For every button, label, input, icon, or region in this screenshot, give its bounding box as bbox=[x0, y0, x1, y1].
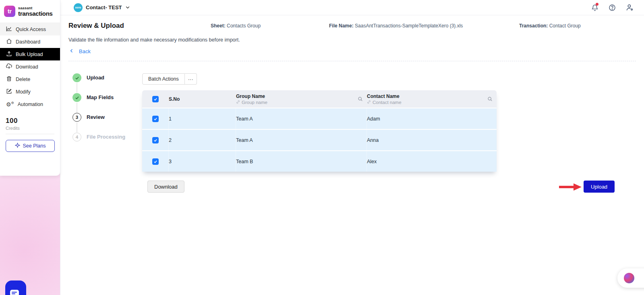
cell-group-name[interactable]: Team A bbox=[236, 130, 367, 150]
row-checkbox[interactable] bbox=[152, 116, 159, 122]
step-done-check-icon bbox=[72, 73, 81, 82]
topbar: xero Contact- TEST bbox=[60, 0, 644, 15]
cell-group-name[interactable]: Team A bbox=[236, 108, 367, 129]
sidebar-item-label: Dashboard bbox=[16, 39, 40, 45]
mapped-field-name: Contact name bbox=[373, 100, 402, 105]
sidebar-item-quick-access[interactable]: Quick Access bbox=[0, 23, 60, 35]
file-name-value: SaasAntTransactions-SampleTemplateXero (… bbox=[355, 23, 463, 29]
sidebar: tr saasant transactions Quick Access Das… bbox=[0, 0, 60, 295]
notification-dot bbox=[596, 3, 598, 6]
user-settings-icon[interactable] bbox=[626, 4, 634, 11]
select-all-checkbox[interactable] bbox=[152, 96, 159, 102]
step-number: 3 bbox=[72, 113, 81, 122]
cell-contact-name[interactable]: Alex bbox=[367, 151, 497, 172]
sheet-label: Sheet: bbox=[211, 23, 226, 29]
column-header-sno: S.No bbox=[169, 90, 236, 108]
sidebar-item-label: Modify bbox=[16, 89, 31, 95]
step-connector bbox=[77, 123, 77, 132]
sidebar-item-label: Delete bbox=[16, 77, 30, 82]
page-header: Review & Upload Sheet: Contacts Group Fi… bbox=[60, 15, 644, 30]
transaction-label: Transaction: bbox=[519, 23, 548, 29]
step-label: File Processing bbox=[87, 133, 125, 140]
row-checkbox-cell bbox=[142, 130, 169, 150]
sidebar-nav: Quick Access Dashboard Bulk Upload Downl… bbox=[0, 23, 60, 110]
column-title: S.No bbox=[169, 96, 180, 102]
step-connector bbox=[77, 103, 77, 112]
topbar-actions bbox=[591, 4, 634, 11]
help-icon[interactable] bbox=[609, 4, 616, 11]
notification-bell-icon[interactable] bbox=[591, 4, 598, 11]
table-row: 3 Team B Alex bbox=[142, 150, 497, 172]
step-review: 3 Review bbox=[72, 113, 142, 133]
see-plans-button[interactable]: See Plans bbox=[6, 140, 55, 152]
cell-sno: 2 bbox=[169, 130, 236, 150]
xero-logo-badge: xero bbox=[74, 3, 83, 12]
search-icon[interactable] bbox=[358, 96, 363, 102]
row-checkbox[interactable] bbox=[152, 158, 159, 165]
chevron-left-icon bbox=[69, 48, 74, 54]
cell-contact-name[interactable]: Anna bbox=[367, 130, 497, 150]
cell-sno: 3 bbox=[169, 151, 236, 172]
main-area: xero Contact- TEST Review & Upload Sheet… bbox=[60, 0, 644, 295]
column-title: Group Name bbox=[236, 93, 267, 99]
mapped-field-link-icon bbox=[236, 100, 240, 105]
sparkle-icon bbox=[15, 143, 20, 149]
batch-actions-button[interactable]: Batch Actions bbox=[142, 73, 185, 85]
brand-logo-mark: tr bbox=[4, 6, 15, 17]
sidebar-item-download[interactable]: Download bbox=[0, 60, 60, 73]
column-header-group-name: Group Name Group name bbox=[236, 90, 367, 108]
brand-name-top: saasant bbox=[18, 6, 53, 10]
sidebar-item-modify[interactable]: Modify bbox=[0, 85, 60, 98]
header-checkbox-cell bbox=[142, 90, 169, 108]
step-file-processing: 4 File Processing bbox=[72, 133, 142, 152]
row-checkbox-cell bbox=[142, 151, 169, 172]
step-done-check-icon bbox=[72, 93, 81, 102]
cell-contact-name[interactable]: Adam bbox=[367, 108, 497, 129]
table-row: 1 Team A Adam bbox=[142, 108, 497, 129]
review-table: S.No Group Name Group name bbox=[142, 90, 497, 172]
back-label: Back bbox=[79, 48, 91, 54]
sheet-info: Sheet: Contacts Group bbox=[211, 23, 329, 29]
step-label: Map Fields bbox=[87, 93, 114, 100]
step-upload: Upload bbox=[72, 73, 142, 93]
mapped-field-name: Group name bbox=[242, 100, 267, 105]
sidebar-item-dashboard[interactable]: Dashboard bbox=[0, 35, 60, 48]
row-checkbox[interactable] bbox=[152, 137, 159, 143]
review-table-area: Batch Actions ··· S.No Group Name bbox=[142, 73, 644, 193]
chat-widget-button[interactable] bbox=[5, 280, 26, 295]
home-icon bbox=[6, 38, 12, 46]
more-actions-button[interactable]: ··· bbox=[185, 73, 197, 85]
gears-icon: ⚙⚙ bbox=[6, 102, 14, 107]
page-subtitle: Validate the file information and make n… bbox=[60, 30, 644, 43]
step-label: Upload bbox=[87, 73, 104, 81]
sidebar-item-automation[interactable]: ⚙⚙ Automation bbox=[0, 98, 60, 110]
back-link[interactable]: Back bbox=[60, 43, 97, 54]
credits-panel: 100 Credits bbox=[0, 110, 60, 134]
column-header-contact-name: Contact Name Contact name bbox=[367, 90, 497, 108]
sheet-value: Contacts Group bbox=[227, 23, 261, 29]
search-icon[interactable] bbox=[487, 96, 493, 102]
sidebar-item-bulk-upload[interactable]: Bulk Upload bbox=[0, 48, 60, 60]
batch-toolbar: Batch Actions ··· bbox=[142, 73, 644, 85]
step-number: 4 bbox=[72, 133, 81, 141]
credits-label: Credits bbox=[6, 126, 54, 134]
sidebar-card: tr saasant transactions Quick Access Das… bbox=[0, 0, 60, 176]
chevron-down-icon bbox=[125, 4, 130, 11]
annotation-arrow-icon bbox=[559, 184, 582, 190]
sidebar-item-label: Download bbox=[16, 64, 38, 70]
upload-button[interactable]: Upload bbox=[584, 181, 615, 193]
brand-name-bottom: transactions bbox=[18, 10, 53, 17]
sidebar-item-delete[interactable]: Delete bbox=[0, 73, 60, 85]
column-title: Contact Name bbox=[367, 93, 402, 99]
sidebar-item-label: Bulk Upload bbox=[16, 52, 43, 57]
progress-stepper: Upload Map Fields 3 Review 4 File Proces… bbox=[68, 73, 142, 193]
ai-assistant-widget[interactable] bbox=[617, 268, 644, 288]
organization-selector[interactable]: xero Contact- TEST bbox=[74, 3, 130, 12]
sidebar-item-label: Automation bbox=[18, 102, 43, 107]
organization-name: Contact- TEST bbox=[86, 4, 122, 10]
cell-group-name[interactable]: Team B bbox=[236, 151, 367, 172]
cell-sno: 1 bbox=[169, 108, 236, 129]
trash-icon bbox=[6, 76, 12, 83]
download-button[interactable]: Download bbox=[147, 181, 184, 193]
table-row: 2 Team A Anna bbox=[142, 129, 497, 150]
